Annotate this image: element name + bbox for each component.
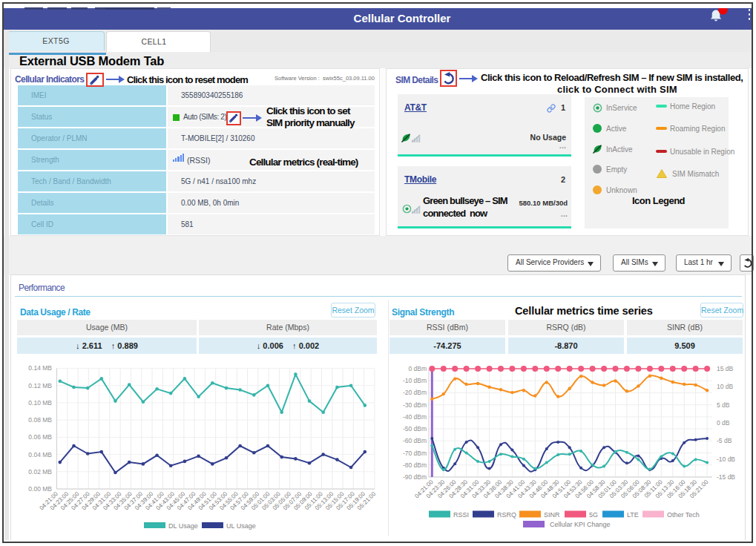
svg-text:0 dBm: 0 dBm: [408, 365, 427, 372]
svg-text:-90 dBm: -90 dBm: [403, 473, 427, 481]
svg-text:Other Tech: Other Tech: [667, 511, 700, 519]
svg-text:-60 dBm: -60 dBm: [403, 437, 427, 444]
svg-text:-40 dBm: -40 dBm: [403, 413, 427, 421]
svg-text:0.00 MB: 0.00 MB: [28, 485, 52, 493]
svg-text:LTE: LTE: [627, 511, 639, 519]
svg-text:0.14 MB: 0.14 MB: [28, 364, 52, 372]
svg-text:0.12 MB: 0.12 MB: [28, 382, 52, 389]
svg-text:0.06 MB: 0.06 MB: [28, 433, 52, 441]
svg-text:-15 dB: -15 dB: [717, 473, 735, 481]
svg-text:UL Usage: UL Usage: [226, 522, 256, 530]
svg-text:-50 dBm: -50 dBm: [403, 425, 427, 432]
svg-text:RSRQ: RSRQ: [497, 511, 516, 519]
svg-text:-20 dBm: -20 dBm: [403, 389, 427, 396]
svg-text:-10 dBm: -10 dBm: [403, 377, 427, 384]
svg-text:5G: 5G: [589, 511, 598, 519]
svg-text:15 dB: 15 dB: [717, 365, 734, 372]
svg-text:Cellular KPI Change: Cellular KPI Change: [550, 521, 611, 528]
svg-text:-5 dB: -5 dB: [717, 437, 732, 444]
svg-text:-10 dB: -10 dB: [717, 455, 735, 463]
svg-text:-30 dBm: -30 dBm: [403, 401, 427, 409]
svg-text:0.02 MB: 0.02 MB: [28, 468, 52, 476]
svg-text:SINR: SINR: [544, 511, 560, 519]
svg-text:0.10 MB: 0.10 MB: [28, 399, 52, 407]
svg-text:0 dB: 0 dB: [717, 419, 730, 427]
svg-text:RSSI: RSSI: [453, 511, 469, 519]
svg-text:0.04 MB: 0.04 MB: [28, 451, 52, 458]
svg-text:-70 dBm: -70 dBm: [403, 450, 427, 457]
svg-text:0.08 MB: 0.08 MB: [28, 416, 52, 424]
svg-text:5 dB: 5 dB: [717, 401, 730, 409]
svg-text:10 dB: 10 dB: [717, 383, 734, 390]
svg-text:DL Usage: DL Usage: [168, 522, 198, 530]
svg-text:-80 dBm: -80 dBm: [403, 461, 427, 469]
